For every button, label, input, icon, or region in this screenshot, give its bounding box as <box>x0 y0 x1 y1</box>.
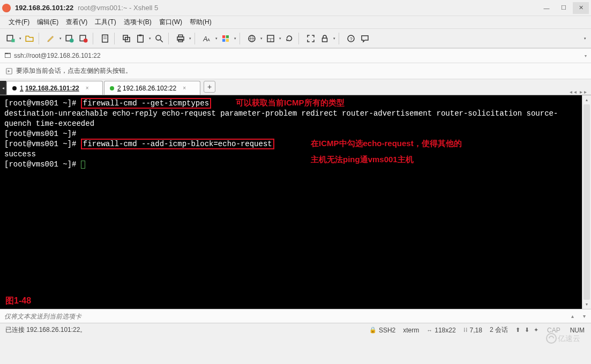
status-pos: ⁞⁞7,18 <box>463 327 482 334</box>
dropdown-icon[interactable]: ▾ <box>214 32 218 45</box>
print-icon[interactable] <box>174 32 187 45</box>
term-output: destination-unreachable echo-reply echo-… <box>4 109 578 129</box>
tab-prefix: 2 <box>117 85 121 92</box>
scroll-down-icon[interactable]: ▾ <box>582 300 591 309</box>
maximize-button[interactable]: ☐ <box>556 2 572 14</box>
status-size: ↔118x22 <box>427 327 455 334</box>
open-icon[interactable] <box>23 32 36 45</box>
dropdown-icon[interactable]: ▾ <box>332 32 336 45</box>
scroll-thumb[interactable] <box>583 104 590 300</box>
svg-line-14 <box>160 40 163 42</box>
menu-window[interactable]: 窗口(W) <box>156 17 185 28</box>
globe-icon[interactable] <box>245 32 258 45</box>
tab-nav-left-icon[interactable]: ◂ ◂ <box>570 89 577 95</box>
paste-icon[interactable] <box>134 32 147 45</box>
minimize-button[interactable]: — <box>538 2 555 14</box>
menu-tab[interactable]: 选项卡(B) <box>121 17 155 28</box>
dropdown-icon[interactable]: ▾ <box>58 32 62 45</box>
tab-add-button[interactable]: + <box>204 81 215 93</box>
position-icon: ⁞⁞ <box>463 327 468 333</box>
input-arrow-up-icon[interactable]: ▴ <box>567 312 577 321</box>
refresh-icon[interactable] <box>283 32 296 45</box>
input-row: ▴ ▾ <box>0 309 591 323</box>
highlighted-command: firewall-cmd --get-icmptypes <box>81 98 211 109</box>
dropdown-icon[interactable]: ▾ <box>188 32 192 45</box>
status-dot-icon <box>110 86 114 90</box>
term-prompt: [root@vms001 ~]# <box>4 160 578 170</box>
menu-file[interactable]: 文件(F) <box>5 17 33 28</box>
dropdown-icon[interactable]: ▾ <box>148 32 152 45</box>
tab-nav: ◂ ◂ ▸ ▸ <box>570 89 591 95</box>
tab-inactive[interactable]: 2 192.168.26.102:22 × <box>104 81 200 95</box>
menu-help[interactable]: 帮助(H) <box>186 17 215 28</box>
term-prompt: [root@vms001 ~]# <box>4 129 578 139</box>
disconnect-icon[interactable] <box>77 32 90 45</box>
terminal-scrollbar[interactable]: ▴ ▾ <box>582 95 591 309</box>
dropdown-icon[interactable]: ▾ <box>259 32 263 45</box>
addressbar-dropdown-icon[interactable]: ▾ <box>585 54 587 58</box>
status-dot-icon <box>12 86 17 90</box>
search-icon[interactable] <box>153 32 166 45</box>
multi-send-input[interactable] <box>0 313 567 320</box>
scroll-up-icon[interactable]: ▴ <box>582 95 591 104</box>
window-title-main: 192.168.26.101:22 <box>15 4 73 12</box>
reconnect-icon[interactable] <box>63 32 76 45</box>
close-button[interactable]: ✕ <box>573 2 589 14</box>
dropdown-icon[interactable]: ▾ <box>278 32 282 45</box>
menu-tools[interactable]: 工具(T) <box>92 17 119 28</box>
menu-edit[interactable]: 编辑(E) <box>34 17 62 28</box>
copy-icon[interactable] <box>120 32 133 45</box>
toolbar-overflow-icon[interactable]: ▾ <box>583 32 587 45</box>
tab-prefix: 1 <box>20 85 24 92</box>
infobar-arrow-icon[interactable] <box>5 67 13 75</box>
status-indicators: ⬆⬇✦ <box>515 327 538 333</box>
lock-small-icon: 🔒 <box>369 327 377 333</box>
svg-rect-30 <box>323 38 327 42</box>
svg-text:?: ? <box>350 36 353 41</box>
new-session-icon[interactable] <box>4 32 17 45</box>
annotation: 主机无法ping通vms001主机 <box>311 154 414 164</box>
help-icon[interactable]: ? <box>345 32 357 45</box>
tab-close-icon[interactable]: × <box>183 85 186 91</box>
toolbar: ▾ ▾ ▾ ▾ AA▾ ▾ ▾ ▾ ▾ ? ▾ <box>0 29 591 48</box>
svg-text:A: A <box>207 37 210 42</box>
tab-nav-right-icon[interactable]: ▸ ▸ <box>580 89 587 95</box>
svg-rect-1 <box>12 39 15 42</box>
tab-active[interactable]: 1 192.168.26.101:22 × <box>6 81 103 95</box>
pencil-icon[interactable] <box>44 32 57 45</box>
status-ssh: 🔒SSH2 <box>369 327 395 334</box>
tab-label: 192.168.26.101:22 <box>25 85 79 92</box>
input-arrow-down-icon[interactable]: ▾ <box>579 312 589 321</box>
svg-rect-12 <box>139 34 142 36</box>
statusbar: 已连接 192.168.26.101:22。 🔒SSH2 xterm ↔118x… <box>0 323 591 337</box>
status-connection: 已连接 192.168.26.101:22。 <box>5 325 86 335</box>
dropdown-icon[interactable]: ▾ <box>18 32 22 45</box>
addressbar[interactable]: 🗔 ssh://root@192.168.26.101:22 ▾ <box>0 48 591 63</box>
svg-rect-21 <box>226 35 229 38</box>
address-text: ssh://root@192.168.26.101:22 <box>14 52 101 59</box>
tab-close-icon[interactable]: × <box>86 85 89 91</box>
properties-icon[interactable] <box>99 32 111 45</box>
svg-rect-20 <box>222 35 225 38</box>
numlock-indicator: NUM <box>569 327 586 334</box>
svg-point-3 <box>70 39 74 43</box>
resize-icon: ↔ <box>427 327 432 333</box>
dropdown-icon[interactable]: ▾ <box>233 32 237 45</box>
svg-rect-22 <box>222 39 225 41</box>
color-icon[interactable] <box>219 32 232 45</box>
lock-icon[interactable] <box>318 32 331 45</box>
tab-label: 192.168.26.102:22 <box>123 85 176 92</box>
menu-view[interactable]: 查看(V) <box>63 17 91 28</box>
capslock-indicator: CAP <box>546 327 562 334</box>
svg-rect-16 <box>178 35 183 37</box>
app-icon <box>2 4 11 12</box>
status-term: xterm <box>403 327 419 334</box>
font-icon[interactable]: AA <box>200 32 213 45</box>
tab-handle[interactable]: ◂ <box>0 81 6 95</box>
fullscreen-icon[interactable] <box>304 32 317 45</box>
svg-rect-23 <box>226 39 229 41</box>
layout-icon[interactable] <box>264 32 277 45</box>
chat-icon[interactable] <box>358 32 371 45</box>
terminal[interactable]: [root@vms001 ~]# firewall-cmd --get-icmp… <box>0 95 582 309</box>
tab-row: ◂ 1 192.168.26.101:22 × 2 192.168.26.102… <box>0 79 591 95</box>
